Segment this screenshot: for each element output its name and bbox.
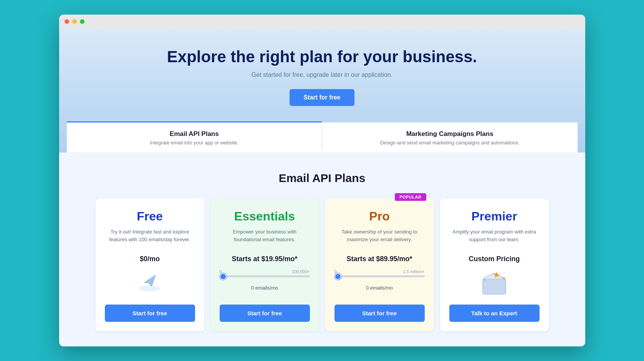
essentials-slider-max: 100,000+ xyxy=(292,269,310,274)
titlebar xyxy=(59,15,585,28)
maximize-button[interactable] xyxy=(80,19,84,24)
essentials-slider-labels: 0 100,000+ xyxy=(220,269,310,274)
hero-cta-button[interactable]: Start for free xyxy=(290,89,354,106)
plan-desc-premier: Amplify your email program with extra su… xyxy=(449,228,540,247)
tab-email-api-desc: Integrate email into your app or website… xyxy=(74,140,315,146)
plans-grid: Free Try it out! Integrate fast and expl… xyxy=(96,199,549,331)
essentials-slider-thumb[interactable] xyxy=(220,273,227,280)
plan-desc-essentials: Empower your business with foundational … xyxy=(220,228,310,247)
essentials-plan-cta-button[interactable]: Start for free xyxy=(220,305,310,322)
pro-plan-cta-button[interactable]: Start for free xyxy=(334,305,425,322)
essentials-slider-row: 0 100,000+ xyxy=(220,269,310,277)
svg-text:✦: ✦ xyxy=(502,276,506,281)
hero-subtitle: Get started for free, upgrade later in o… xyxy=(67,71,578,78)
pro-slider-labels: 0 1.5 million+ xyxy=(334,269,425,274)
essentials-slider-emails: 0 emails/mo xyxy=(220,285,310,291)
plans-heading: Email API Plans xyxy=(74,172,570,185)
plan-desc-free: Try it out! Integrate fast and explore f… xyxy=(105,228,195,247)
pro-slider-row: 0 1.5 million+ xyxy=(334,269,425,277)
tab-email-api-title: Email API Plans xyxy=(74,130,315,138)
pro-slider-emails: 0 emails/mo xyxy=(334,285,425,291)
essentials-slider-track[interactable] xyxy=(220,275,310,277)
plan-name-essentials: Essentials xyxy=(220,209,310,224)
free-plan-icon xyxy=(105,269,195,301)
plan-price-pro: Starts at $89.95/mo* xyxy=(334,255,425,263)
svg-text:✦: ✦ xyxy=(483,278,487,282)
close-button[interactable] xyxy=(65,19,69,24)
plan-price-free: $0/mo xyxy=(105,255,195,263)
plan-card-essentials: Essentials Empower your business with fo… xyxy=(210,199,319,331)
plan-card-premier: Premier Amplify your email program with … xyxy=(440,199,549,331)
premier-plan-icon: ★ ✦ ✦ xyxy=(449,269,540,298)
tab-marketing-desc: Design and send email marketing campaign… xyxy=(330,140,570,146)
svg-point-0 xyxy=(139,285,161,291)
plan-tabs: Email API Plans Integrate email into you… xyxy=(67,121,578,152)
tab-marketing[interactable]: Marketing Campaigns Plans Design and sen… xyxy=(322,121,578,152)
plans-section: Email API Plans Free Try it out! Integra… xyxy=(59,152,585,346)
pro-slider-max: 1.5 million+ xyxy=(403,269,425,274)
plan-price-essentials: Starts at $19.95/mo* xyxy=(220,255,310,263)
plan-card-pro: POPULAR Pro Take ownership of your sendi… xyxy=(325,199,434,331)
hero-section: Explore the right plan for your business… xyxy=(59,28,585,152)
tab-marketing-title: Marketing Campaigns Plans xyxy=(330,130,570,138)
pro-slider-thumb[interactable] xyxy=(334,273,341,280)
premier-plan-cta-button[interactable]: Talk to an Expert xyxy=(449,305,540,322)
plan-desc-pro: Take ownership of your sending to maximi… xyxy=(334,228,425,247)
plan-name-free: Free xyxy=(105,209,195,224)
plan-price-premier: Custom Pricing xyxy=(449,255,540,263)
app-window: Explore the right plan for your business… xyxy=(59,15,585,346)
tab-email-api[interactable]: Email API Plans Integrate email into you… xyxy=(67,121,322,152)
popular-badge: POPULAR xyxy=(395,193,426,201)
minimize-button[interactable] xyxy=(72,19,77,24)
plan-card-free: Free Try it out! Integrate fast and expl… xyxy=(96,199,204,331)
plan-name-premier: Premier xyxy=(449,209,540,224)
svg-text:★: ★ xyxy=(493,270,500,280)
free-plan-cta-button[interactable]: Start for free xyxy=(105,305,195,322)
plan-name-pro: Pro xyxy=(334,209,425,224)
pro-slider-track[interactable] xyxy=(334,275,425,277)
hero-title: Explore the right plan for your business… xyxy=(67,48,578,66)
